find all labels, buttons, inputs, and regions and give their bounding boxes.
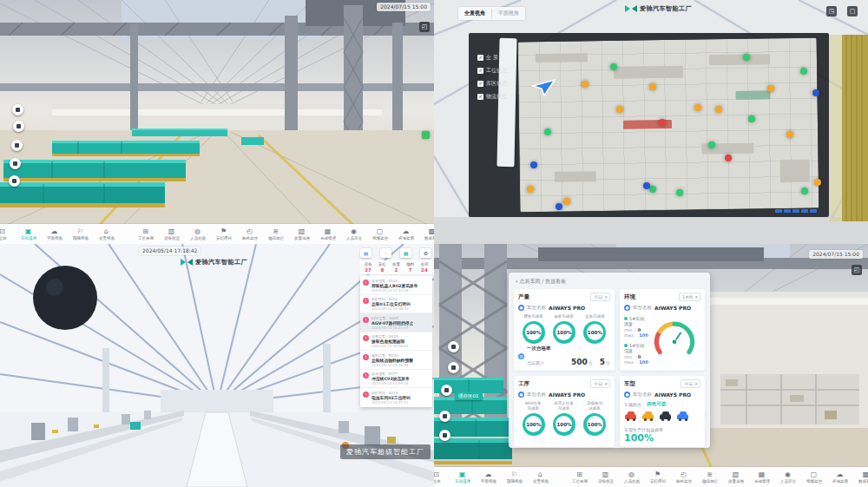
status-dot[interactable]: [743, 54, 750, 61]
status-dot[interactable]: [544, 128, 551, 135]
toolbar-item[interactable]: ▥ 设备状态: [593, 468, 618, 486]
range-select[interactable]: 今日 ▾: [590, 379, 610, 388]
toolbar-item[interactable]: ☁ 环境监测: [393, 225, 418, 243]
alarm-category-tab[interactable]: 全部 24: [418, 262, 431, 273]
alarm-tool-button[interactable]: ▦: [400, 248, 411, 258]
toolbar-item[interactable]: ▢ 视频监控: [367, 225, 392, 243]
toolbar-item[interactable]: ⚑ 安灯呼叫: [645, 468, 670, 486]
zoom-level-bar[interactable]: [775, 209, 817, 213]
toolbar-item[interactable]: ⌂ 全景视角: [94, 225, 119, 243]
alarm-tool-button[interactable]: ▤: [360, 248, 372, 258]
status-dot[interactable]: [649, 186, 656, 193]
status-dot[interactable]: [649, 83, 656, 90]
capture-icon-button[interactable]: ◰: [852, 265, 862, 275]
back-icon[interactable]: ‹: [516, 278, 517, 284]
toolbar-item[interactable]: ⚐ 跟随视角: [68, 225, 93, 243]
status-dot[interactable]: [659, 119, 666, 126]
status-dot[interactable]: [527, 186, 534, 193]
toolbar-item[interactable]: ▩ 数据看板: [853, 468, 868, 486]
alarm-category-tab[interactable]: 安灯 8: [375, 262, 389, 273]
status-dot[interactable]: [748, 115, 755, 122]
alarm-list-item[interactable]: ! 安灯呼叫 · A019 电池车间02工位呼叫 2024-05-14 14:2…: [360, 387, 432, 406]
toolbar-item[interactable]: ▦ 仓储管理: [749, 468, 774, 486]
status-dot[interactable]: [616, 106, 623, 113]
alarm-tool-button[interactable]: ⚙: [420, 248, 431, 258]
station-marker[interactable]: [12, 104, 23, 115]
alarm-tool-button[interactable]: ◔: [380, 248, 391, 258]
range-select[interactable]: 今日 ▾: [590, 293, 610, 301]
car-icon[interactable]: [642, 414, 654, 419]
alarm-list-item[interactable]: ! AGV告警 · G007 AGV-07路径阻挡停止 2024-05-14 1…: [360, 313, 432, 332]
toolbar-item[interactable]: ☁ 平面视角: [42, 225, 67, 243]
toolbar-item[interactable]: ≋ 物流路径: [263, 225, 288, 243]
toolbar-item[interactable]: ◉ 人员定位: [775, 468, 800, 486]
toolbar-item[interactable]: ⌂ 全景视角: [528, 468, 553, 486]
toolbar-item[interactable]: ⚑ 安灯呼叫: [211, 225, 236, 243]
status-dot[interactable]: [643, 182, 650, 189]
status-dot[interactable]: [610, 63, 617, 70]
legend-checkbox[interactable]: ✓ 全 景: [477, 54, 507, 62]
toolbar-item[interactable]: ⊞ 工艺布局: [133, 225, 158, 243]
toolbar-item[interactable]: ▣ 车间漫游: [16, 225, 41, 243]
toolbar-item[interactable]: ▥ 设备状态: [159, 225, 184, 243]
alarm-category-tab[interactable]: 设备 27: [361, 262, 375, 273]
station-marker[interactable]: [439, 411, 450, 422]
range-select[interactable]: 今日 ▾: [681, 379, 700, 388]
car-icon[interactable]: [625, 414, 636, 419]
station-marker[interactable]: [11, 140, 23, 151]
status-dot[interactable]: [725, 155, 732, 161]
alarm-list-item[interactable]: ! 设备报警 · E077 冲压线C03油压异常 2024-05-14 14:5…: [360, 369, 432, 388]
station-marker[interactable]: [10, 158, 21, 169]
alarm-category-tab[interactable]: 质量 2: [389, 262, 403, 273]
status-dot[interactable]: [814, 179, 821, 186]
toolbar-item[interactable]: ▣ 车间漫游: [450, 468, 475, 486]
toolbar-item[interactable]: ☁ 环境监测: [827, 468, 852, 486]
line-select[interactable]: 1#线 ▾: [679, 293, 700, 301]
toolbar-item[interactable]: ▢ 视频监控: [801, 468, 826, 486]
toolbar-item[interactable]: ⊡ 总览: [434, 468, 449, 486]
status-dot[interactable]: [556, 203, 562, 210]
car-icon[interactable]: [660, 414, 671, 419]
toolbar-item[interactable]: ▦ 仓储管理: [315, 225, 340, 243]
tab-plan-view[interactable]: 平面视角: [492, 7, 525, 20]
camera-position-arrow[interactable]: [531, 78, 557, 97]
status-dot[interactable]: [582, 81, 589, 88]
tab-panorama-view[interactable]: 全景视角: [458, 7, 491, 20]
poi-marker-green[interactable]: [422, 131, 430, 139]
status-dot[interactable]: [767, 85, 774, 92]
toolbar-item[interactable]: ◍ 人员在岗: [185, 225, 210, 243]
status-dot[interactable]: [530, 161, 537, 168]
capture-icon-button[interactable]: ◰: [419, 22, 430, 32]
status-dot[interactable]: [708, 141, 715, 148]
station-marker[interactable]: [13, 121, 24, 132]
station-marker[interactable]: [448, 341, 459, 352]
legend-checkbox[interactable]: ✓ 工位状态: [477, 67, 507, 75]
status-dot[interactable]: [800, 68, 807, 75]
toolbar-item[interactable]: ▧ 质量追溯: [289, 225, 314, 243]
car-icon[interactable]: [677, 414, 688, 419]
toolbar-item[interactable]: ⊡ 总览: [0, 225, 15, 243]
toolbar-item[interactable]: ◴ 能耗监控: [237, 225, 262, 243]
legend-checkbox[interactable]: ✓ 物流状态: [477, 93, 507, 101]
status-dot[interactable]: [563, 198, 570, 205]
alarm-category-tab[interactable]: 物料 7: [404, 262, 418, 273]
status-dot[interactable]: [694, 104, 701, 111]
status-dot[interactable]: [812, 89, 819, 96]
toolbar-item[interactable]: ◴ 能耗监控: [671, 468, 696, 486]
toolbar-item[interactable]: ▧ 质量追溯: [723, 468, 748, 486]
status-dot[interactable]: [786, 131, 793, 138]
status-dot[interactable]: [676, 189, 683, 196]
toolbar-item[interactable]: ≋ 物流路径: [697, 468, 722, 486]
station-marker[interactable]: [9, 175, 20, 187]
toolbar-item[interactable]: ◉ 人员定位: [341, 225, 366, 243]
station-marker[interactable]: [448, 362, 459, 373]
toolbar-item[interactable]: ⊞ 工艺布局: [567, 468, 592, 486]
alarm-list-item[interactable]: ! 设备报警 · E102 焊装机器人R02通讯异常 2024-05-14 17…: [360, 275, 432, 294]
buffer-zone-tag[interactable]: 缓存区01: [455, 392, 483, 400]
station-marker[interactable]: [439, 430, 450, 441]
status-dot[interactable]: [801, 188, 808, 194]
legend-checkbox[interactable]: ✓ 库区状态: [477, 80, 507, 88]
alarm-list-item[interactable]: ! 质量告警 · Q015 涂装色差检测超限 2024-05-14 15:58:…: [360, 332, 432, 351]
fullscreen-icon-button[interactable]: ◳: [826, 6, 837, 16]
window-icon-button[interactable]: ▢: [847, 6, 858, 16]
